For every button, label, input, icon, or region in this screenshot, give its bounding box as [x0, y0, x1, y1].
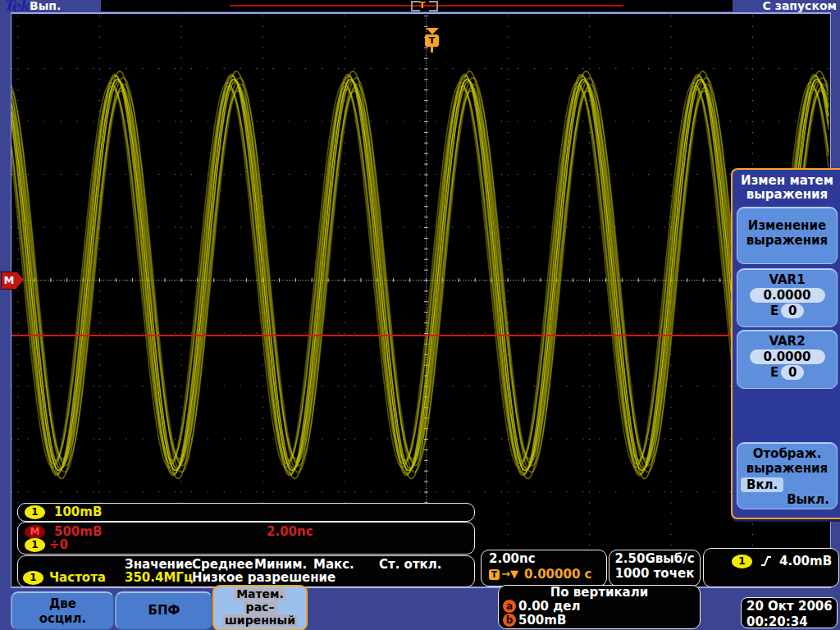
date-value: 20 Окт 2006	[746, 598, 837, 614]
graticule-and-traces	[11, 14, 830, 562]
trigger-status-label: С запуском	[763, 0, 837, 12]
var1-button[interactable]: VAR1 0.0000 E0	[737, 268, 838, 327]
var1-value: 0.0000	[750, 288, 825, 303]
record-waveform-line	[230, 5, 623, 7]
meas-header-stddev: Ст. откл.	[379, 557, 442, 572]
fft-button[interactable]: БПФ	[115, 591, 212, 630]
ch1-scale-value: 100mB	[54, 504, 102, 519]
math-readout: M 500mB 2.00nc 1 ÷0	[17, 522, 475, 555]
trigger-position-marker[interactable]: T	[425, 34, 439, 47]
edit-expression-line2: выражения	[737, 233, 837, 248]
math-timebase-value: 2.00nc	[267, 524, 313, 539]
measurement-readout: Значение Среднее Миним. Макс. Ст. откл. …	[17, 555, 475, 587]
record-trigger-icon: T	[419, 0, 426, 11]
knob-b-icon: b	[503, 614, 516, 627]
display-expression-line1: Отображ.	[737, 443, 837, 461]
trigger-position-arrow-icon[interactable]	[426, 28, 439, 34]
datetime-readout: 20 Окт 2006 00:20:34	[741, 597, 838, 628]
display-expression-line2: выражения	[737, 461, 837, 476]
fft-label: БПФ	[148, 603, 180, 618]
math-expression-source-badge: 1	[25, 538, 45, 552]
knob-a-icon: a	[503, 600, 516, 613]
ch1-scale-readout: 1 100mB	[17, 503, 475, 522]
dual-wfm-button[interactable]: Две осцил.	[11, 591, 114, 630]
trigger-level-value: 4.00mB	[779, 554, 832, 568]
trigger-source-badge: 1	[732, 555, 752, 568]
vertical-knob-readout: По вертикали a 0.00 дел b 500mB	[498, 585, 701, 629]
display-off-option[interactable]: Выкл.	[781, 492, 835, 507]
dual-wfm-line1: Две	[12, 593, 113, 611]
math-expression-text: ÷0	[49, 537, 68, 552]
trigger-t-icon: T	[489, 569, 500, 580]
var2-exp-label: E	[770, 365, 778, 380]
record-view-bar: T	[101, 0, 733, 11]
meas-source-badge: 1	[23, 571, 43, 585]
dual-wfm-line2: осцил.	[12, 611, 113, 626]
horizontal-readout: 2.00nc T →▼ 0.00000 c	[481, 550, 607, 587]
meas-name: Частота	[49, 570, 106, 585]
trigger-position-arrows-icon: →▼	[501, 568, 518, 580]
menu-title-line1: Измен матем	[733, 174, 840, 188]
time-per-div-value: 2.00nc	[489, 551, 536, 566]
advanced-math-button[interactable]: Матем. рас– ширенный	[212, 585, 308, 630]
var1-exp-label: E	[770, 304, 778, 318]
menu-title-line2: выражения	[733, 188, 840, 202]
display-expression-button[interactable]: Отображ. выражения Вкл. Выкл.	[737, 442, 838, 509]
time-value: 00:20:34	[746, 614, 837, 630]
edit-expression-line1: Изменение	[737, 208, 837, 233]
knob-a-value: 0.00 дел	[518, 599, 581, 614]
advanced-math-line1: Матем.	[234, 588, 286, 600]
acquisition-readout: 2.50Gвыб/с 1000 точек	[609, 550, 701, 587]
waveform-display: 1 100mB M 500mB 2.00nc 1 ÷0 Значение Сре…	[11, 12, 831, 588]
var2-button[interactable]: VAR2 0.0000 E0	[737, 330, 838, 389]
oscilloscope-screen: Tek Вып. T С запуском 1 100mB M 500mB 2.…	[0, 0, 840, 630]
rising-edge-icon	[760, 554, 773, 568]
math-position-marker[interactable]: M	[1, 272, 17, 290]
edit-expression-button[interactable]: Изменение выражения	[737, 207, 838, 264]
var1-label: VAR1	[737, 269, 837, 287]
meas-value: 350.4МГц	[125, 570, 193, 585]
math-badge: M	[25, 525, 45, 539]
sample-rate-value: 2.50Gвыб/с	[609, 550, 700, 566]
trigger-position-marker-stem	[431, 47, 433, 52]
menu-title: Измен матем выражения	[733, 170, 840, 202]
trigger-time-value: 0.00000 c	[524, 567, 591, 582]
var1-exp-value: 0	[781, 304, 804, 318]
knob-b-value: 500mB	[518, 613, 566, 628]
var2-value: 0.0000	[750, 349, 825, 364]
ch1-badge: 1	[25, 505, 45, 519]
meas-note: Низкое разрешение	[192, 570, 336, 585]
var2-label: VAR2	[737, 331, 837, 349]
record-length-value: 1000 точек	[609, 566, 700, 581]
advanced-math-line3: ширенный	[222, 614, 298, 627]
record-view-bracket-right	[429, 1, 438, 11]
display-on-option[interactable]: Вкл.	[741, 477, 783, 492]
acquisition-mode-label: Вып.	[30, 0, 61, 12]
trigger-readout: 1 4.00mB	[703, 548, 839, 587]
vertical-box-title: По вертикали	[499, 586, 700, 600]
var2-exp-value: 0	[781, 365, 804, 380]
advanced-math-line2: рас–	[244, 601, 277, 614]
math-edit-menu-panel: Измен матем выражения Изменение выражени…	[731, 168, 840, 519]
